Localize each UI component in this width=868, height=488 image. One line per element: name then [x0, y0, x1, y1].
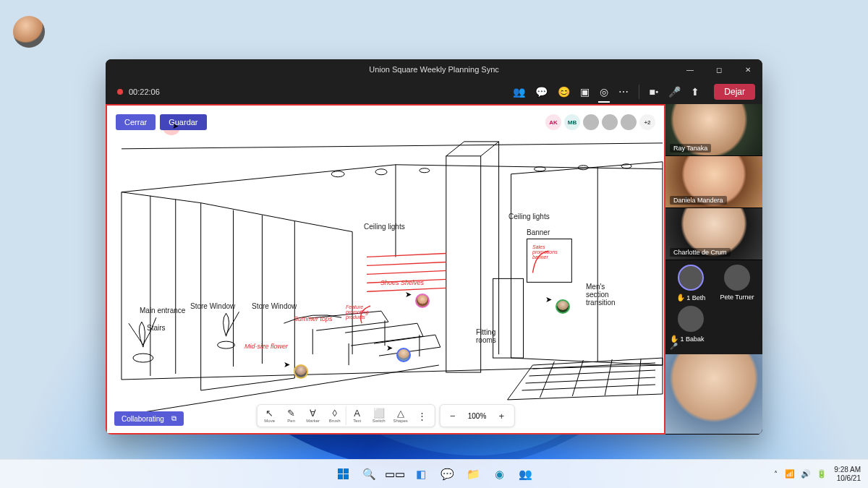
reactions-icon[interactable]: 😊: [558, 87, 570, 97]
zoom-control-group: − 100% +: [440, 404, 515, 427]
collab-chip-avatar[interactable]: [602, 114, 618, 130]
desktop-user-avatar[interactable]: [13, 16, 45, 48]
chat-app-icon: 💬: [441, 468, 454, 481]
share-screen-icon[interactable]: ⬆: [691, 87, 699, 97]
zoom-out-button[interactable]: −: [442, 410, 464, 422]
edge-button[interactable]: ◉: [488, 463, 510, 485]
popout-icon[interactable]: ⧉: [171, 414, 176, 423]
tool-more[interactable]: ⋮: [412, 410, 433, 422]
avatar: [678, 265, 704, 291]
participant-tile[interactable]: Daniela Mandera: [665, 156, 762, 208]
brush-icon: ◊: [332, 408, 336, 418]
collab-chip-avatar[interactable]: [621, 114, 637, 130]
participant-mini[interactable]: ✋ 1 Babak 🎤: [670, 306, 712, 350]
wb-label-fitting: Fitting rooms: [476, 328, 505, 344]
tool-switch[interactable]: ⬜Switch: [368, 407, 390, 424]
window-maximize-button[interactable]: ◻: [705, 59, 733, 80]
window-title: Union Square Weekly Planning Sync: [369, 65, 499, 74]
tool-text[interactable]: AText: [346, 407, 368, 424]
window-close-button[interactable]: ✕: [733, 59, 762, 80]
wb-label-main-entrance: Main entrance: [140, 307, 185, 314]
camera-icon[interactable]: ■●: [650, 87, 659, 97]
participant-name: Ray Tanaka: [670, 144, 711, 153]
anno-summer-tops: Summer tops: [294, 315, 333, 322]
search-button[interactable]: 🔍: [358, 463, 380, 485]
tool-move[interactable]: ↖Move: [259, 407, 281, 424]
folder-icon: 📁: [467, 468, 480, 481]
participant-name: Pete Turner: [720, 294, 754, 301]
participant-tile[interactable]: Ray Tanaka: [665, 104, 762, 156]
mic-muted-icon: 🎤: [670, 343, 678, 350]
task-view-button[interactable]: ▭▭: [384, 463, 406, 485]
wb-label-banner: Banner: [527, 228, 550, 236]
minus-icon: −: [450, 411, 456, 421]
window-minimize-button[interactable]: —: [676, 59, 705, 80]
rooms-icon[interactable]: ▣: [580, 87, 590, 97]
svg-line-6: [446, 142, 464, 156]
collab-chip-ak[interactable]: AK: [545, 114, 561, 130]
hand-raised-icon: ✋: [670, 335, 678, 343]
participant-panel: Ray Tanaka Daniela Mandera Charlotte de …: [665, 104, 762, 435]
participant-mini[interactable]: Pete Turner: [716, 265, 758, 301]
more-actions-icon[interactable]: ⋯: [618, 87, 629, 97]
tool-brush[interactable]: ◊Brush: [324, 407, 346, 424]
self-video-tile[interactable]: [665, 354, 762, 435]
window-titlebar[interactable]: Union Square Weekly Planning Sync — ◻ ✕: [106, 59, 762, 80]
collab-chip-more[interactable]: +2: [639, 114, 655, 130]
chat-app-button[interactable]: 💬: [436, 463, 458, 485]
svg-line-7: [481, 142, 499, 156]
avatar: [678, 306, 704, 332]
mouse-cursor-icon: ➤: [172, 121, 179, 131]
tray-chevron-icon[interactable]: ˄: [774, 470, 778, 478]
widgets-button[interactable]: ◧: [410, 463, 432, 485]
recording-timer: 00:22:06: [129, 87, 160, 96]
anno-sales-banner: Sales promotions banner: [532, 244, 569, 260]
task-view-icon: ▭▭: [385, 468, 405, 481]
volume-icon: 🔊: [801, 469, 811, 479]
windows-taskbar[interactable]: 🔍 ▭▭ ◧ 💬 📁 ◉ 👥 ˄ 📶 🔊 🔋 9:28 AM 10/6/21: [0, 459, 868, 488]
svg-point-22: [375, 169, 387, 175]
svg-line-15: [525, 377, 655, 383]
tool-marker[interactable]: ∀Marker: [302, 407, 324, 424]
leave-button[interactable]: Dejar: [714, 84, 755, 100]
system-tray[interactable]: 📶 🔊 🔋: [785, 469, 827, 479]
svg-line-34: [367, 262, 446, 265]
participant-mini[interactable]: ✋ 1 Beth: [670, 265, 712, 301]
teams-app-button[interactable]: 👥: [514, 463, 536, 485]
toolbar-divider: [639, 85, 639, 99]
svg-line-19: [605, 359, 612, 395]
tool-pen[interactable]: ✎Pen: [281, 407, 302, 424]
collab-cursor-3: [396, 348, 411, 362]
clock-time: 9:28 AM: [834, 466, 861, 474]
collab-chip-avatar[interactable]: [583, 114, 599, 130]
mic-icon[interactable]: 🎤: [668, 87, 681, 97]
close-whiteboard-button[interactable]: Cerrar: [116, 114, 156, 130]
collab-status-label: Collaborating: [122, 415, 164, 423]
teams-window: Union Square Weekly Planning Sync — ◻ ✕ …: [106, 59, 762, 435]
chat-icon[interactable]: 💬: [535, 87, 548, 97]
kebab-icon: ⋮: [417, 411, 427, 421]
svg-line-35: [367, 270, 446, 274]
svg-point-30: [218, 341, 235, 348]
whiteboard-canvas[interactable]: Main entrance Stairs Store Window Store …: [106, 104, 665, 435]
participant-name: Babak: [686, 335, 705, 343]
zoom-in-button[interactable]: +: [490, 410, 512, 422]
collab-chip-mb[interactable]: MB: [564, 114, 580, 130]
save-whiteboard-button[interactable]: Guardar: [160, 114, 206, 130]
tool-shapes[interactable]: △Shapes: [390, 407, 412, 424]
people-icon[interactable]: 👥: [513, 87, 525, 97]
collab-cursor-4: [294, 364, 308, 379]
collab-cursor-1: [415, 294, 430, 308]
collaboration-status-pill[interactable]: Collaborating ⧉: [114, 411, 184, 426]
participant-mini-row: ✋ 1 Babak 🎤: [665, 306, 762, 354]
plus-icon: +: [498, 411, 504, 421]
file-explorer-button[interactable]: 📁: [462, 463, 484, 485]
live-share-icon[interactable]: ◎: [600, 87, 608, 97]
taskbar-clock[interactable]: 9:28 AM 10/6/21: [834, 466, 861, 482]
participant-tile[interactable]: Charlotte de Crum: [665, 208, 762, 260]
wb-label-store-window-2: Store Window: [252, 302, 297, 310]
start-button[interactable]: [332, 463, 354, 485]
svg-line-33: [367, 253, 446, 257]
wb-label-ceiling-1: Ceiling lights: [364, 223, 405, 231]
recording-indicator-icon: [117, 89, 123, 95]
